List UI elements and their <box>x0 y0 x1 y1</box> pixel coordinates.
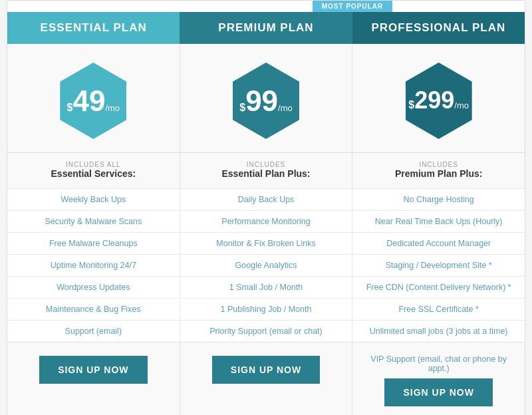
feature-cell-plan2-row1: Near Real Time Back Ups (Hourly) <box>352 211 525 232</box>
feature-cell-plan1-row5: 1 Publishing Job / Month <box>180 299 353 320</box>
professional-dollar: $ <box>408 99 414 111</box>
feature-cell-plan0-row0: Weekly Back Ups <box>7 189 180 210</box>
most-popular-badge: MOST POPULAR <box>313 1 393 12</box>
professional-includes: INCLUDES Premium Plan Plus: <box>352 152 525 188</box>
essential-cta-cell: SIGN UP NOW <box>7 343 180 415</box>
feature-row: Support (email)Priority Support (email o… <box>7 320 525 342</box>
premium-period: /mo <box>278 103 293 113</box>
premium-cta-cell: SIGN UP NOW <box>180 343 353 415</box>
premium-hexagon-container: $ 99 /mo <box>229 63 303 139</box>
cta-row: SIGN UP NOW SIGN UP NOW VIP Support (ema… <box>7 342 525 415</box>
essential-signup-button[interactable]: SIGN UP NOW <box>39 356 147 384</box>
feature-cell-plan0-row3: Uptime Monitoring 24/7 <box>7 255 180 276</box>
professional-extra-feature: VIP Support (email, chat or phone by app… <box>359 349 518 378</box>
feature-cell-plan1-row0: Daily Back Ups <box>180 189 353 210</box>
feature-row: Wordpress Updates1 Small Job / MonthFree… <box>7 276 525 298</box>
essential-includes-label: INCLUDES ALL <box>14 161 173 168</box>
professional-period: /mo <box>454 100 469 110</box>
premium-includes-name: Essential Plan Plus: <box>187 168 346 179</box>
feature-cell-plan0-row4: Wordpress Updates <box>7 277 180 298</box>
features-table: Weekly Back UpsDaily Back UpsNo Charge H… <box>7 188 525 342</box>
essential-period: /mo <box>105 103 120 113</box>
essential-dollar: $ <box>67 102 73 114</box>
essential-includes-name: Essential Services: <box>14 168 173 179</box>
feature-cell-plan2-row0: No Charge Hosting <box>352 189 525 210</box>
feature-cell-plan2-row3: Staging / Development Site * <box>352 255 525 276</box>
premium-header: PREMIUM PLAN <box>180 12 352 44</box>
essential-header: ESSENTIAL PLAN <box>7 12 180 44</box>
feature-cell-plan0-row5: Maintenance & Bug Fixes <box>7 299 180 320</box>
includes-row: INCLUDES ALL Essential Services: INCLUDE… <box>7 152 525 188</box>
premium-includes-label: INCLUDES <box>187 161 346 168</box>
essential-hexagon-container: $ 49 /mo <box>57 63 130 139</box>
feature-row: Maintenance & Bug Fixes1 Publishing Job … <box>7 298 525 320</box>
premium-signup-button[interactable]: SIGN UP NOW <box>212 356 320 384</box>
essential-price-cell: $ 49 /mo <box>7 44 180 152</box>
essential-includes: INCLUDES ALL Essential Services: <box>7 152 180 188</box>
pricing-table: MOST POPULAR ESSENTIAL PLAN PREMIUM PLAN… <box>7 0 525 415</box>
feature-cell-plan2-row4: Free CDN (Content Delivery Network) * <box>352 277 525 298</box>
most-popular-bar: MOST POPULAR <box>7 1 525 12</box>
feature-cell-plan0-row2: Free Malware Cleanups <box>7 233 180 254</box>
feature-cell-plan1-row6: Priority Support (email or chat) <box>180 321 353 342</box>
feature-row: Free Malware CleanupsMonitor & Fix Broke… <box>7 232 525 254</box>
essential-amount: 49 <box>72 86 105 116</box>
feature-row: Weekly Back UpsDaily Back UpsNo Charge H… <box>7 188 525 210</box>
feature-cell-plan0-row1: Security & Malware Scans <box>7 211 180 232</box>
premium-price-content: $ 99 /mo <box>239 86 293 116</box>
feature-row: Uptime Monitoring 24/7Google AnalyticsSt… <box>7 254 525 276</box>
feature-cell-plan1-row4: 1 Small Job / Month <box>180 277 353 298</box>
professional-header: PROFESSIONAL PLAN <box>352 12 525 44</box>
feature-cell-plan1-row2: Monitor & Fix Broken Links <box>180 233 353 254</box>
professional-includes-name: Premium Plan Plus: <box>359 168 518 179</box>
professional-price-cell: $ 299 /mo <box>352 44 525 152</box>
feature-cell-plan2-row5: Free SSL Certificate * <box>352 299 525 320</box>
header-row: ESSENTIAL PLAN PREMIUM PLAN PROFESSIONAL… <box>7 12 525 44</box>
feature-cell-plan1-row1: Performance Monitoring <box>180 211 353 232</box>
feature-cell-plan1-row3: Google Analytics <box>180 255 353 276</box>
professional-signup-button[interactable]: SIGN UP NOW <box>384 378 492 406</box>
essential-price-content: $ 49 /mo <box>67 86 120 116</box>
feature-cell-plan0-row6: Support (email) <box>7 321 180 342</box>
premium-dollar: $ <box>239 102 245 114</box>
feature-row: Security & Malware ScansPerformance Moni… <box>7 210 525 232</box>
feature-cell-plan2-row2: Dedicated Account Manager <box>352 233 525 254</box>
premium-amount: 99 <box>245 86 278 116</box>
premium-price-cell: $ 99 /mo <box>180 44 353 152</box>
professional-includes-label: INCLUDES <box>359 161 518 168</box>
feature-cell-plan2-row6: Unlimited small jobs (3 jobs at a time) <box>352 321 525 342</box>
professional-hexagon-container: $ 299 /mo <box>402 63 475 139</box>
professional-cta-cell: VIP Support (email, chat or phone by app… <box>352 343 525 415</box>
professional-amount: 299 <box>414 88 454 112</box>
price-row: $ 49 /mo $ 99 /mo $ <box>7 44 525 152</box>
professional-price-content: $ 299 /mo <box>408 88 469 113</box>
premium-includes: INCLUDES Essential Plan Plus: <box>180 152 353 188</box>
